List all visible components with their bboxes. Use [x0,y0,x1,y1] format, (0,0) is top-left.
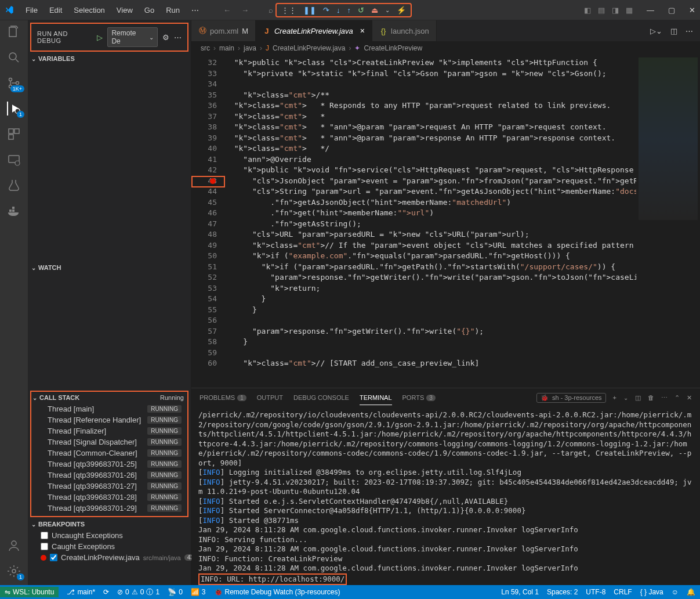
tab-debug-console[interactable]: DEBUG CONSOLE [293,391,349,405]
terminal-selector[interactable]: 🐞 sh - 3p-resources [536,393,606,403]
bp-caught[interactable]: Caught Exceptions [28,541,191,552]
callstack-thread[interactable]: Thread [qtp399683701-29]RUNNING [31,503,187,514]
settings-gear-icon[interactable]: 1 [7,564,21,578]
bp-file-checkbox[interactable] [50,554,57,561]
docker-icon[interactable] [7,204,21,218]
watch-section-header[interactable]: ⌄ WATCH [28,262,191,273]
nav-forward-icon[interactable]: → [241,6,249,15]
chevron-down-icon[interactable]: ⌄ [623,395,628,401]
chevron-down-icon[interactable]: ⌄ [385,7,390,13]
editor-gutter[interactable]: 3233343536373839404142434445464748495051… [191,55,225,388]
debug-status[interactable]: 🐞 Remote Debug Watch (3p-resources) [214,588,340,596]
language-status[interactable]: { } Java [640,588,663,596]
minimap[interactable] [636,55,700,388]
drag-handle-icon[interactable]: ⋮⋮ [281,6,296,15]
minimize-icon[interactable]: — [647,6,654,15]
bp-file-row[interactable]: CreateLinkPreview.java src/main/java 43 [28,552,191,563]
notifications-icon[interactable]: 🔔 [687,588,695,596]
sync-icon[interactable]: ⟳ [103,588,109,596]
git-branch[interactable]: ⎇ main* [67,588,95,596]
remote-indicator[interactable]: ⇋ WSL: Ubuntu [0,587,59,597]
run-debug-icon[interactable]: 1 [7,102,21,116]
explorer-icon[interactable] [7,25,21,39]
callstack-thread[interactable]: Thread [Finalizer]RUNNING [31,425,187,436]
more-icon[interactable]: ⋯ [174,33,182,42]
menu-file[interactable]: File [21,3,42,17]
menu-selection[interactable]: Selection [69,3,109,17]
callstack-thread[interactable]: Thread [qtp399683701-27]RUNNING [31,481,187,492]
menu-view[interactable]: View [112,3,137,17]
tab-launch[interactable]: {} launch.json [372,20,437,41]
callstack-thread[interactable]: Thread [Signal Dispatcher]RUNNING [31,436,187,448]
eol-status[interactable]: CRLF [614,588,632,596]
more-terminal-icon[interactable]: ⋯ [661,394,668,402]
close-icon[interactable]: ✕ [689,6,695,15]
start-debug-icon[interactable]: ▷ [97,33,103,42]
indent-status[interactable]: Spaces: 2 [547,588,578,596]
layout-customize-icon[interactable]: ▦ [626,6,633,15]
run-file-icon[interactable]: ▷⌄ [650,27,662,35]
split-terminal-icon[interactable]: ◫ [635,394,641,402]
layout-sidebar-right-icon[interactable]: ◨ [612,6,619,15]
cursor-position[interactable]: Ln 59, Col 1 [501,588,539,596]
tab-ports[interactable]: PORTS3 [402,391,436,405]
split-editor-icon[interactable]: ◫ [670,27,677,35]
menu-more-icon[interactable]: ⋯ [187,3,204,17]
pause-icon[interactable]: ❚❚ [303,6,316,15]
tab-problems[interactable]: PROBLEMS1 [200,391,246,405]
panel-close-icon[interactable]: ✕ [687,394,692,402]
hot-reload-icon[interactable]: ⚡ [397,6,406,15]
new-terminal-icon[interactable]: + [613,394,616,401]
callstack-thread[interactable]: Thread [Reference Handler]RUNNING [31,414,187,425]
radio-status[interactable]: 📡 0 [168,588,183,596]
variables-section-header[interactable]: ⌄ VARIABLES [28,53,191,64]
testing-icon[interactable] [7,178,21,192]
callstack-thread[interactable]: Thread [Common-Cleaner]RUNNING [31,448,187,459]
nav-back-icon[interactable]: ← [223,6,231,15]
layout-sidebar-left-icon[interactable]: ◧ [584,6,591,15]
callstack-section-header[interactable]: ⌄ CALL STACK Running [31,392,187,403]
step-into-icon[interactable]: ↓ [336,6,340,15]
accounts-icon[interactable] [7,539,21,553]
bp-uncaught-checkbox[interactable] [41,532,48,539]
tab-pom[interactable]: Ⓜ pom.xml M [191,20,256,41]
search-icon[interactable] [7,50,21,64]
tab-output[interactable]: OUTPUT [257,391,283,405]
problems-status[interactable]: ⊘ 0 ⚠ 0 ⓘ 1 [117,587,159,597]
command-center[interactable]: ⌕ [269,6,273,15]
maximize-icon[interactable]: ▢ [668,6,675,15]
callstack-thread[interactable]: Thread [qtp399683701-25]RUNNING [31,459,187,470]
feedback-icon[interactable]: ☺ [672,588,679,596]
callstack-thread[interactable]: Thread [main]RUNNING [31,403,187,414]
callstack-thread[interactable]: Thread [qtp399683701-28]RUNNING [31,492,187,503]
restart-icon[interactable]: ↺ [358,6,364,15]
step-over-icon[interactable]: ↷ [323,6,329,15]
menu-run[interactable]: Run [161,3,184,17]
watch-body [28,273,191,389]
remote-explorer-icon[interactable] [7,153,21,167]
tab-terminal[interactable]: TERMINAL [360,391,392,405]
debug-settings-gear-icon[interactable]: ⚙ [162,33,169,42]
ports-status[interactable]: 📶 3 [191,588,206,596]
terminal-output[interactable]: /pierrick/.m2/repository/io/cloudevents/… [191,407,700,585]
editor-code[interactable]: "k">public "k">class "cls">CreateLinkPre… [225,55,636,388]
breakpoints-section-header[interactable]: ⌄ BREAKPOINTS [28,518,191,530]
breadcrumb[interactable]: src› main› java› J CreateLinkPreview.jav… [191,41,700,55]
extensions-icon[interactable] [7,127,21,141]
kill-terminal-icon[interactable]: 🗑 [648,394,654,401]
disconnect-icon[interactable]: ⏏ [371,6,378,15]
panel-maximize-icon[interactable]: ⌃ [674,394,680,402]
bp-uncaught[interactable]: Uncaught Exceptions [28,530,191,541]
tab-createlink[interactable]: J CreateLinkPreview.java × [256,20,372,41]
tab-close-icon[interactable]: × [360,26,365,35]
encoding-status[interactable]: UTF-8 [586,588,605,596]
step-out-icon[interactable]: ↑ [347,6,351,15]
callstack-thread[interactable]: Thread [qtp399683701-26]RUNNING [31,470,187,481]
menu-edit[interactable]: Edit [45,3,67,17]
layout-panel-icon[interactable]: ▤ [598,6,605,15]
source-control-icon[interactable]: 1K+ [7,76,21,90]
more-actions-icon[interactable]: ⋯ [686,27,693,35]
menu-go[interactable]: Go [140,3,159,17]
bp-caught-checkbox[interactable] [41,543,48,550]
debug-config-select[interactable]: Remote De ⌄ [107,27,158,47]
